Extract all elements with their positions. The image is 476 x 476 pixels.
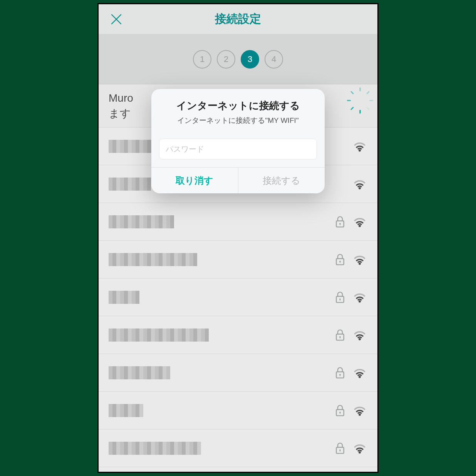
close-icon [109,12,123,26]
lock-icon [334,366,346,379]
dialog-body: インターネットに接続する インターネットに接続する"MY WIFI" [151,89,325,133]
wifi-signal-icon [352,404,367,417]
lock-icon [334,404,346,417]
wifi-network-name [109,290,328,304]
wifi-signal-icon [352,367,367,379]
svg-rect-16 [340,337,340,338]
svg-point-25 [359,413,361,416]
header-bar: 接続設定 [99,4,377,34]
svg-point-0 [359,149,361,151]
step-1: 1 [193,50,211,69]
loading-spinner-icon [353,99,367,113]
wifi-network-row[interactable] [99,467,377,473]
page-title: 接続設定 [215,11,261,27]
instruction-line2: ます [109,107,131,119]
lock-icon [334,253,346,266]
cancel-button[interactable]: 取り消す [151,168,238,193]
wifi-network-name [109,404,328,417]
lock-icon [334,291,346,304]
wifi-network-name [109,215,328,229]
wifi-network-name [109,441,328,455]
wifi-network-row[interactable] [99,429,377,467]
wifi-network-row[interactable] [99,278,377,316]
svg-rect-4 [340,223,340,225]
step-2: 2 [217,50,235,69]
app-screen: 接続設定 1 2 3 4 Muro ます [97,3,379,473]
connect-button[interactable]: 接続する [238,168,325,193]
wifi-network-name [109,366,328,380]
svg-point-13 [359,300,361,302]
wifi-signal-icon [352,216,367,228]
wifi-signal-icon [352,329,367,341]
lock-icon [334,215,346,228]
wifi-signal-icon [352,442,367,454]
wifi-network-row[interactable] [99,354,377,392]
close-button[interactable] [108,11,125,28]
svg-point-1 [359,187,361,189]
lock-icon [334,329,346,342]
wifi-signal-icon [352,178,367,190]
wifi-signal-icon [352,291,367,303]
dialog-input-wrap [151,133,325,167]
svg-point-17 [359,338,361,340]
step-3: 3 [241,50,259,69]
wifi-signal-icon [352,253,367,266]
wifi-network-name [109,253,328,266]
svg-point-5 [359,225,361,227]
connect-dialog: インターネットに接続する インターネットに接続する"MY WIFI" 取り消す … [151,89,325,193]
svg-point-9 [359,262,361,265]
wifi-network-name [109,328,328,342]
svg-rect-24 [340,412,340,414]
dialog-title: インターネットに接続する [160,99,316,112]
svg-rect-20 [340,374,340,376]
password-input[interactable] [159,139,317,159]
dialog-subtitle: インターネットに接続する"MY WIFI" [160,116,316,126]
wifi-network-row[interactable] [99,316,377,354]
step-indicator: 1 2 3 4 [99,34,377,84]
wifi-network-row[interactable] [99,392,377,429]
instruction-line1: Muro [109,92,133,104]
svg-rect-28 [340,450,340,451]
wifi-network-row[interactable] [99,203,377,241]
step-4: 4 [265,50,283,69]
svg-rect-8 [340,261,340,263]
dialog-button-row: 取り消す 接続する [151,167,325,193]
svg-rect-12 [340,299,340,300]
wifi-network-row[interactable] [99,241,377,278]
lock-icon [334,442,346,455]
wifi-signal-icon [352,140,367,153]
svg-point-21 [359,375,361,378]
svg-point-29 [359,451,361,453]
